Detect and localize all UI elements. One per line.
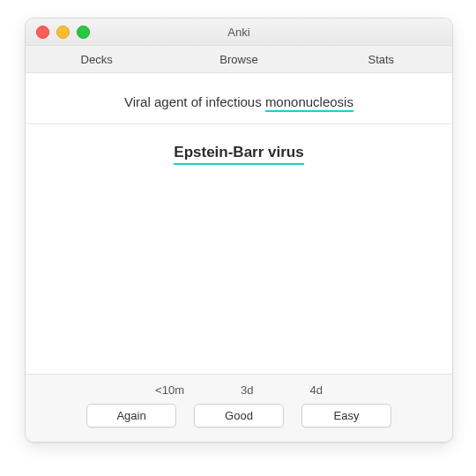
card-front: Viral agent of infectious mononucleosis [26,73,452,123]
review-footer: <10m 3d 4d Again Good Easy [26,374,452,442]
top-tabs: Decks Browse Stats [26,46,452,73]
interval-good: 3d [241,383,253,397]
again-button[interactable]: Again [86,404,176,428]
answer-buttons: Again Good Easy [26,404,452,428]
close-icon[interactable] [36,26,49,39]
zoom-icon[interactable] [77,26,90,39]
card-area: Viral agent of infectious mononucleosis … [26,73,452,374]
interval-again: <10m [155,383,184,397]
minimize-icon[interactable] [56,26,70,39]
easy-button[interactable]: Easy [301,404,391,428]
tab-decks[interactable]: Decks [26,46,167,72]
interval-easy: 4d [309,383,322,397]
card-front-text: Viral agent of infectious [124,94,265,109]
titlebar: Anki [26,19,452,46]
tab-browse[interactable]: Browse [167,46,309,72]
interval-row: <10m 3d 4d [26,383,452,397]
window-title: Anki [227,26,249,39]
card-front-underlined: mononucleosis [265,94,353,112]
card-back: Epstein-Barr virus [26,124,452,174]
good-button[interactable]: Good [194,404,284,428]
app-window: Anki Decks Browse Stats Viral agent of i… [25,18,453,443]
tab-stats[interactable]: Stats [310,46,452,72]
window-controls [36,26,90,39]
card-answer: Epstein-Barr virus [174,144,303,165]
